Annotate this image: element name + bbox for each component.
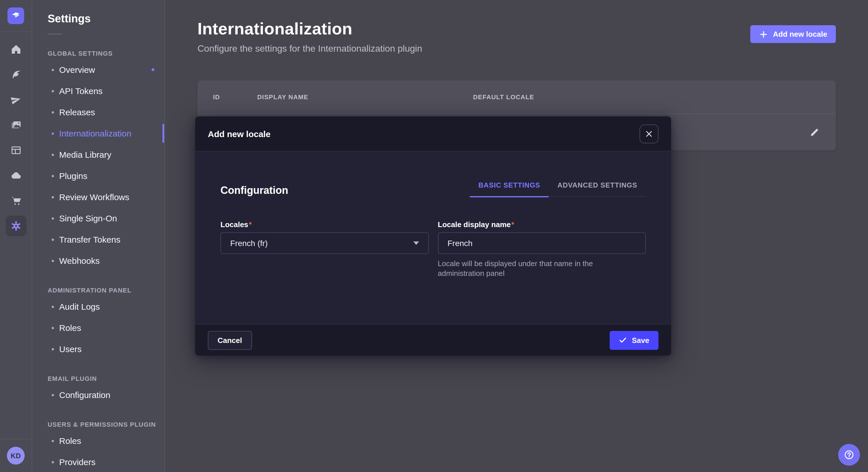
column-header-display-name: DISPLAY NAME — [257, 94, 473, 100]
bullet-icon — [52, 440, 54, 442]
page-header: Internationalization Configure the setti… — [197, 20, 836, 54]
modal-close-button[interactable] — [640, 124, 658, 143]
add-new-locale-button[interactable]: Add new locale — [751, 25, 836, 43]
required-asterisk: * — [511, 220, 514, 229]
nav-item-label: Single Sign-On — [59, 213, 117, 223]
configuration-section-header: Configuration BASIC SETTINGS ADVANCED SE… — [220, 151, 646, 197]
plus-icon — [759, 30, 768, 39]
nav-item-label: Audit Logs — [59, 302, 100, 311]
releases-paper-plane-icon[interactable] — [5, 90, 26, 110]
active-indicator-bar — [162, 124, 164, 143]
page-subtitle: Configure the settings for the Internati… — [197, 43, 422, 54]
marketplace-cart-icon[interactable] — [5, 191, 26, 211]
tab-advanced-settings[interactable]: ADVANCED SETTINGS — [549, 181, 646, 196]
settings-tabs: BASIC SETTINGS ADVANCED SETTINGS — [470, 181, 646, 197]
nav-item-label: Review Workflows — [59, 192, 129, 202]
chevron-down-icon — [413, 241, 419, 245]
locales-field: Locales* French (fr) — [220, 220, 429, 278]
settings-nav-title: Settings — [32, 12, 164, 25]
bullet-icon — [52, 461, 54, 463]
user-avatar[interactable]: KD — [7, 447, 25, 465]
nav-item-label: Media Library — [59, 150, 112, 160]
strapi-logo[interactable] — [7, 7, 24, 24]
locales-select-value: French (fr) — [230, 239, 268, 248]
bullet-icon — [52, 132, 54, 134]
nav-item-label: Overview — [59, 65, 95, 74]
app-window: KD Settings GLOBAL SETTINGS Overview API… — [0, 0, 868, 472]
bullet-icon — [52, 260, 54, 262]
sidebar-item-up-roles[interactable]: Roles — [32, 430, 164, 451]
bullet-icon — [52, 90, 54, 92]
sidebar-item-audit-logs[interactable]: Audit Logs — [32, 296, 164, 317]
cancel-button[interactable]: Cancel — [208, 331, 252, 349]
save-button-label: Save — [632, 336, 649, 344]
sidebar-item-media-library[interactable]: Media Library — [32, 144, 164, 165]
sidebar-item-overview[interactable]: Overview — [32, 59, 164, 80]
section-label-global-settings: GLOBAL SETTINGS — [32, 50, 164, 57]
media-library-icon[interactable] — [5, 115, 26, 135]
sidebar-item-transfer-tokens[interactable]: Transfer Tokens — [32, 229, 164, 250]
sidebar-item-admin-users[interactable]: Users — [32, 338, 164, 360]
locales-label-text: Locales — [220, 220, 248, 229]
edit-locale-button[interactable] — [805, 123, 823, 141]
content-manager-feather-icon[interactable] — [5, 64, 26, 85]
locales-select[interactable]: French (fr) — [220, 232, 429, 254]
table-header-row: ID DISPLAY NAME DEFAULT LOCALE — [197, 80, 836, 113]
title-divider — [48, 34, 61, 34]
settings-gear-icon[interactable] — [5, 216, 26, 236]
bullet-icon — [52, 305, 54, 308]
sidebar-item-internationalization[interactable]: Internationalization — [32, 123, 164, 144]
locales-label: Locales* — [220, 220, 429, 229]
home-icon[interactable] — [5, 39, 26, 60]
administration-panel-list: Audit Logs Roles Users — [32, 296, 164, 360]
sidebar-item-single-sign-on[interactable]: Single Sign-On — [32, 208, 164, 229]
notification-dot — [152, 68, 154, 71]
sidebar-item-review-workflows[interactable]: Review Workflows — [32, 187, 164, 208]
sidebar-item-releases[interactable]: Releases — [32, 102, 164, 123]
cloud-icon[interactable] — [5, 165, 26, 186]
nav-item-label: Internationalization — [59, 129, 131, 138]
sidebar-item-plugins[interactable]: Plugins — [32, 165, 164, 187]
nav-item-label: Transfer Tokens — [59, 235, 120, 244]
settings-sub-sidebar: Settings GLOBAL SETTINGS Overview API To… — [32, 0, 165, 472]
sidebar-item-email-configuration[interactable]: Configuration — [32, 384, 164, 405]
nav-item-label: API Tokens — [59, 86, 102, 96]
help-button[interactable] — [838, 444, 860, 466]
locale-form: Locales* French (fr) Locale display name… — [220, 220, 646, 278]
question-mark-icon — [843, 449, 855, 461]
section-label-email-plugin: EMAIL PLUGIN — [32, 375, 164, 382]
nav-item-label: Webhooks — [59, 256, 100, 266]
nav-item-label: Plugins — [59, 171, 87, 181]
section-label-administration-panel: ADMINISTRATION PANEL — [32, 287, 164, 294]
tab-basic-settings[interactable]: BASIC SETTINGS — [470, 181, 549, 196]
bullet-icon — [52, 327, 54, 329]
save-button[interactable]: Save — [609, 331, 658, 349]
users-permissions-list: Roles Providers — [32, 430, 164, 472]
bullet-icon — [52, 69, 54, 71]
bullet-icon — [52, 217, 54, 220]
display-name-field: Locale display name* Locale will be disp… — [438, 220, 646, 278]
bullet-icon — [52, 238, 54, 241]
modal-title: Add new locale — [208, 129, 270, 138]
sidebar-nav — [5, 39, 26, 236]
add-new-locale-modal: Add new locale Configuration BASIC SETTI… — [195, 116, 671, 356]
sidebar-divider — [0, 32, 32, 32]
bullet-icon — [52, 154, 54, 156]
display-name-input[interactable] — [438, 232, 646, 254]
sidebar-item-admin-roles[interactable]: Roles — [32, 317, 164, 338]
column-header-id: ID — [213, 94, 257, 100]
bullet-icon — [52, 196, 54, 198]
nav-item-label: Users — [59, 344, 82, 354]
bullet-icon — [52, 394, 54, 396]
content-type-builder-icon[interactable] — [5, 140, 26, 161]
sidebar-item-up-providers[interactable]: Providers — [32, 451, 164, 472]
global-settings-list: Overview API Tokens Releases Internation… — [32, 59, 164, 271]
sidebar-item-webhooks[interactable]: Webhooks — [32, 250, 164, 271]
sidebar-item-api-tokens[interactable]: API Tokens — [32, 80, 164, 102]
bullet-icon — [52, 111, 54, 113]
nav-item-label: Configuration — [59, 390, 110, 400]
modal-footer: Cancel Save — [195, 324, 671, 356]
bullet-icon — [52, 175, 54, 177]
display-name-label: Locale display name* — [438, 220, 646, 229]
bullet-icon — [52, 348, 54, 350]
